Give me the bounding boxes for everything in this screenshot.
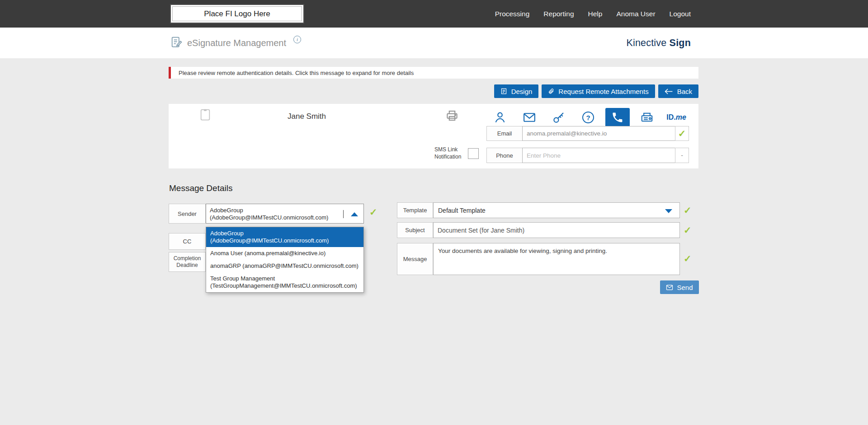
phone-input[interactable]	[522, 148, 675, 163]
kinective-sign-logo: Kinective Sign	[626, 28, 691, 58]
request-remote-attachments-label: Request Remote Attachments	[558, 88, 648, 95]
text-cursor	[343, 210, 344, 218]
idme-part2: me	[676, 113, 686, 121]
content-area: Please review remote authentication deta…	[169, 58, 698, 425]
notification-text: Please review remote authentication deta…	[179, 70, 414, 76]
template-valid-check-icon: ✓	[684, 205, 692, 215]
sender-value-line1: AdobeGroup	[210, 207, 342, 214]
message-details-heading: Message Details	[169, 183, 232, 193]
sender-dropdown-list: AdobeGroup (AdobeGroup@IMMTestCU.onmicro…	[206, 227, 364, 293]
back-button-label: Back	[677, 88, 692, 95]
template-label: Template	[397, 202, 433, 218]
sender-valid-check-icon: ✓	[369, 207, 377, 217]
in-person-auth-icon[interactable]	[488, 108, 512, 127]
email-field-label: Email	[486, 126, 523, 141]
subject-valid-check-icon: ✓	[684, 225, 692, 235]
subject-input[interactable]	[433, 222, 680, 238]
brand-name: Kinective	[626, 37, 666, 49]
sender-option-test-group-management[interactable]: Test Group Management (TestGroupManageme…	[206, 272, 363, 292]
nav-help[interactable]: Help	[588, 10, 603, 18]
send-envelope-icon	[666, 285, 673, 290]
back-button[interactable]: Back	[658, 84, 698, 98]
message-valid-check-icon: ✓	[684, 254, 692, 263]
nav-processing[interactable]: Processing	[495, 10, 530, 18]
completion-deadline-label: Completion Deadline	[169, 252, 206, 272]
message-label: Message	[397, 243, 433, 275]
sender-option-anoma-user[interactable]: Anoma User (anoma.premalal@kinective.io)	[206, 247, 363, 260]
sender-option-anomagrp[interactable]: anomaGRP (anomaGRP@IMMTestCU.onmicrosoft…	[206, 260, 363, 272]
app-header: eSignature Management i Kinective Sign	[0, 28, 868, 58]
recipient-panel: Jane Smith ?	[169, 104, 698, 168]
phone-field-label: Phone	[486, 148, 523, 163]
email-valid-check-icon: ✓	[678, 129, 686, 138]
brand-suffix: Sign	[670, 37, 691, 49]
fi-logo-placeholder: Place FI Logo Here	[170, 4, 304, 23]
back-arrow-icon	[665, 88, 673, 95]
action-toolbar: Design Request Remote Attachments Back	[169, 84, 698, 98]
email-input[interactable]	[522, 126, 675, 141]
nav-user-menu[interactable]: Anoma User	[616, 10, 655, 18]
email-valid-cell: ✓	[675, 126, 689, 141]
esignature-page: Place FI Logo Here Processing Reporting …	[0, 0, 868, 425]
subject-label: Subject	[397, 222, 433, 238]
security-question-auth-icon[interactable]: ?	[576, 108, 600, 127]
document-icon	[500, 88, 507, 95]
template-select[interactable]: Default Template	[433, 202, 680, 218]
cc-label: CC	[169, 233, 206, 250]
info-icon[interactable]: i	[293, 36, 301, 43]
recipient-card-icon	[199, 108, 211, 123]
notification-banner[interactable]: Please review remote authentication deta…	[169, 67, 698, 79]
phone-auth-icon-selected[interactable]	[605, 108, 630, 127]
request-remote-attachments-button[interactable]: Request Remote Attachments	[542, 84, 655, 98]
esignature-document-icon	[170, 36, 183, 50]
page-title: eSignature Management	[187, 38, 286, 48]
topbar: Place FI Logo Here Processing Reporting …	[0, 0, 868, 28]
phone-status-dash: -	[681, 152, 683, 159]
message-textarea[interactable]: Your documents are available for viewing…	[433, 243, 680, 275]
sms-link-notification-checkbox[interactable]	[468, 148, 479, 159]
app-title-group: eSignature Management i	[170, 28, 301, 58]
question-glyph: ?	[586, 114, 590, 121]
sender-label: Sender	[169, 204, 206, 224]
design-button[interactable]: Design	[494, 84, 539, 98]
recipient-name: Jane Smith	[288, 112, 326, 121]
design-button-label: Design	[511, 88, 533, 95]
auth-method-row: ? ID.me	[488, 108, 689, 127]
email-auth-icon[interactable]	[517, 108, 542, 127]
idme-part1: ID.	[666, 113, 675, 121]
nav-logout[interactable]: Logout	[670, 10, 691, 18]
paperclip-icon	[548, 88, 554, 95]
sender-option-adobegroup[interactable]: AdobeGroup (AdobeGroup@IMMTestCU.onmicro…	[206, 227, 363, 247]
printer-icon[interactable]	[445, 109, 459, 124]
fi-logo-text: Place FI Logo Here	[204, 9, 270, 19]
phone-status-cell: -	[675, 148, 689, 163]
alert-accent-bar	[169, 67, 171, 79]
template-selected-value: Default Template	[438, 207, 486, 214]
sms-link-notification-label: SMS Link Notification	[434, 146, 467, 160]
landline-fax-auth-icon[interactable]	[635, 108, 659, 127]
sender-combobox[interactable]: AdobeGroup (AdobeGroup@IMMTestCU.onmicro…	[206, 204, 364, 224]
collapse-arrow-icon[interactable]	[351, 212, 358, 216]
access-key-auth-icon[interactable]	[547, 108, 571, 127]
nav-reporting[interactable]: Reporting	[543, 10, 574, 18]
send-button[interactable]: Send	[660, 280, 699, 294]
sender-value-line2: (AdobeGroup@IMMTestCU.onmicrosoft.com)	[210, 214, 342, 221]
send-button-label: Send	[677, 284, 693, 291]
idme-auth-logo[interactable]: ID.me	[664, 108, 689, 127]
dropdown-arrow-icon[interactable]	[665, 209, 672, 213]
top-navigation: Processing Reporting Help Anoma User Log…	[495, 0, 691, 28]
